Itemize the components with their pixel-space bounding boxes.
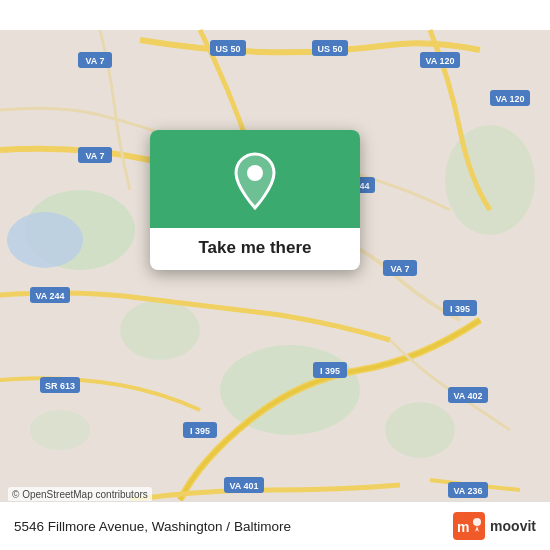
svg-text:VA 120: VA 120 xyxy=(425,56,454,66)
svg-point-43 xyxy=(473,518,481,526)
svg-text:VA 120: VA 120 xyxy=(495,94,524,104)
address-text: 5546 Fillmore Avenue, Washington / Balti… xyxy=(14,519,291,534)
svg-point-4 xyxy=(385,402,455,458)
popup-card: Take me there xyxy=(150,130,360,270)
svg-text:VA 7: VA 7 xyxy=(85,151,104,161)
svg-text:US 50: US 50 xyxy=(215,44,240,54)
take-me-there-button[interactable]: Take me there xyxy=(182,228,327,270)
svg-text:VA 401: VA 401 xyxy=(229,481,258,491)
svg-text:VA 244: VA 244 xyxy=(35,291,64,301)
moovit-text: moovit xyxy=(490,518,536,534)
moovit-logo: m moovit xyxy=(453,512,536,540)
svg-point-5 xyxy=(445,125,535,235)
osm-attribution: © OpenStreetMap contributors xyxy=(8,487,152,502)
map-svg: VA 7 US 50 US 50 VA 120 VA 120 VA 7 VA 2… xyxy=(0,0,550,550)
svg-text:VA 7: VA 7 xyxy=(390,264,409,274)
svg-text:VA 7: VA 7 xyxy=(85,56,104,66)
svg-text:US 50: US 50 xyxy=(317,44,342,54)
svg-text:I 395: I 395 xyxy=(190,426,210,436)
svg-text:VA 236: VA 236 xyxy=(453,486,482,496)
bottom-bar: 5546 Fillmore Avenue, Washington / Balti… xyxy=(0,501,550,550)
map-container: VA 7 US 50 US 50 VA 120 VA 120 VA 7 VA 2… xyxy=(0,0,550,550)
svg-text:m: m xyxy=(457,519,469,535)
svg-text:VA 402: VA 402 xyxy=(453,391,482,401)
svg-text:I 395: I 395 xyxy=(320,366,340,376)
svg-point-3 xyxy=(120,300,200,360)
popup-green-area xyxy=(150,130,360,228)
svg-text:SR 613: SR 613 xyxy=(45,381,75,391)
location-pin-icon xyxy=(231,152,279,210)
moovit-logo-icon: m xyxy=(453,512,485,540)
svg-point-7 xyxy=(7,212,83,268)
svg-point-6 xyxy=(30,410,90,450)
svg-text:I 395: I 395 xyxy=(450,304,470,314)
svg-rect-0 xyxy=(0,30,550,520)
svg-point-40 xyxy=(247,165,263,181)
